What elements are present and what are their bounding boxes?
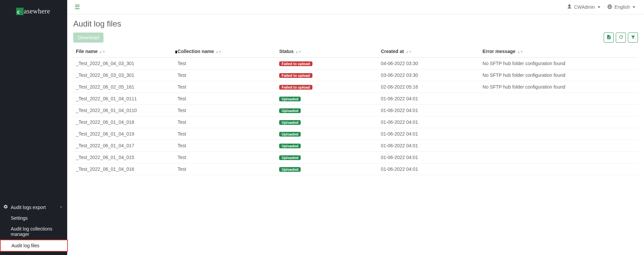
- status-badge: Uploaded: [279, 120, 301, 125]
- user-menu[interactable]: CWAdmin: [563, 3, 604, 12]
- column-header-created-at[interactable]: Created at▲▼: [378, 45, 480, 58]
- status-badge: Uploaded: [279, 108, 301, 113]
- table-row[interactable]: _Test_2022_06_01_04_018TestUploaded01-06…: [73, 116, 638, 128]
- sidebar-group-audit-logs-export[interactable]: Audit logs export: [0, 202, 67, 213]
- cell-status: Failed to upload: [276, 69, 378, 81]
- sidebar-item-label: Settings: [11, 215, 28, 221]
- table-row[interactable]: _Test_2022_06_01_04_015TestUploaded01-06…: [73, 152, 638, 163]
- status-badge: Failed to upload: [279, 61, 312, 66]
- cell-collection-name: Test: [175, 105, 277, 116]
- cell-collection-name: Test: [175, 163, 277, 175]
- cell-status: Uploaded: [276, 163, 378, 175]
- brand-logo: c asewhere: [0, 0, 67, 21]
- cell-status: Uploaded: [276, 128, 378, 140]
- caret-down-icon: [633, 6, 635, 8]
- cell-collection-name: Test: [175, 93, 277, 105]
- cell-collection-name: Test: [175, 128, 277, 140]
- cell-file-name: _Test_2022_06_01_04_019: [73, 128, 175, 140]
- cell-status: Uploaded: [276, 152, 378, 163]
- cell-file-name: _Test_2022_06_01_04_0111: [73, 93, 175, 105]
- sort-icon: ▲▼: [99, 50, 105, 54]
- column-header-error-message[interactable]: Error message▲▼: [480, 45, 638, 58]
- cell-error-message: No SFTP hub folder configuration found: [480, 69, 638, 81]
- cell-created-at: 01-06-2022 04:01: [378, 140, 480, 152]
- cell-error-message: [480, 116, 638, 128]
- status-badge: Uploaded: [279, 155, 301, 160]
- table-row[interactable]: _Test_2022_06_01_04_016TestUploaded01-06…: [73, 163, 638, 175]
- table-row[interactable]: _Test_2022_06_01_04_0110TestUploaded01-0…: [73, 105, 638, 116]
- cell-error-message: No SFTP hub folder configuration found: [480, 58, 638, 69]
- cell-collection-name: Test: [175, 116, 277, 128]
- table-row[interactable]: _Test_2022_06_04_03_301TestFailed to upl…: [73, 58, 638, 69]
- filter-button[interactable]: [628, 33, 638, 43]
- user-label: CWAdmin: [574, 4, 595, 10]
- table-row[interactable]: _Test_2022_06_01_04_017TestUploaded01-06…: [73, 140, 638, 152]
- sort-icon: ▲▼: [295, 50, 301, 54]
- cell-status: Failed to upload: [276, 58, 378, 69]
- sidebar-item-audit-log-files[interactable]: Audit log files: [0, 240, 68, 252]
- cell-status: Failed to upload: [276, 81, 378, 93]
- sort-icon: ▲▼: [405, 50, 411, 54]
- status-badge: Uploaded: [279, 132, 301, 137]
- filter-icon: [631, 35, 636, 41]
- brand-word: asewhere: [24, 7, 50, 15]
- download-button[interactable]: Download: [73, 33, 103, 43]
- table-row[interactable]: _Test_2022_06_01_04_019TestUploaded01-06…: [73, 128, 638, 140]
- column-header-status[interactable]: Status▲▼: [276, 45, 378, 58]
- status-badge: Failed to upload: [279, 73, 312, 78]
- cell-file-name: _Test_2022_06_02_05_161: [73, 81, 175, 93]
- cell-status: Uploaded: [276, 105, 378, 116]
- cell-status: Uploaded: [276, 93, 378, 105]
- cell-file-name: _Test_2022_06_04_03_301: [73, 58, 175, 69]
- page-title: Audit log files: [73, 19, 638, 29]
- table-row[interactable]: _Test_2022_06_03_03_301TestFailed to upl…: [73, 69, 638, 81]
- export-file-icon: [606, 35, 611, 41]
- refresh-icon: [618, 35, 624, 41]
- column-header-file-name[interactable]: File name▲▼: [73, 45, 175, 58]
- user-icon: [567, 4, 572, 10]
- chevron-down-icon: [59, 205, 63, 210]
- cell-created-at: 01-06-2022 04:01: [378, 163, 480, 175]
- hamburger-icon[interactable]: ☰: [73, 2, 82, 12]
- cell-file-name: _Test_2022_06_01_04_015: [73, 152, 175, 163]
- sidebar-group-label: Audit logs export: [11, 205, 46, 210]
- gear-icon: [3, 204, 8, 210]
- cell-error-message: [480, 105, 638, 116]
- table-row[interactable]: _Test_2022_06_01_04_0111TestUploaded01-0…: [73, 93, 638, 105]
- sidebar-item-collections-manager[interactable]: Audit log collections manager: [0, 223, 67, 240]
- cell-file-name: _Test_2022_06_01_04_0110: [73, 105, 175, 116]
- cell-created-at: 01-06-2022 04:01: [378, 128, 480, 140]
- cell-collection-name: Test: [175, 81, 277, 93]
- column-header-collection-name[interactable]: Collection name▲▼: [175, 45, 277, 58]
- cell-collection-name: Test: [175, 152, 277, 163]
- brand-mark-icon: c: [16, 8, 24, 15]
- cell-error-message: [480, 163, 638, 175]
- sidebar-item-label: Audit log files: [11, 243, 39, 248]
- cell-file-name: _Test_2022_06_01_04_018: [73, 116, 175, 128]
- status-badge: Failed to upload: [279, 85, 312, 90]
- refresh-button[interactable]: [616, 33, 626, 43]
- globe-icon: [607, 4, 612, 10]
- cell-collection-name: Test: [175, 140, 277, 152]
- table-row[interactable]: _Test_2022_06_02_05_161TestFailed to upl…: [73, 81, 638, 93]
- sort-icon: ▲▼: [517, 50, 523, 54]
- cell-error-message: No SFTP hub folder configuration found: [480, 81, 638, 93]
- status-badge: Uploaded: [279, 97, 301, 101]
- cell-collection-name: Test: [175, 69, 277, 81]
- language-menu[interactable]: English: [604, 3, 639, 12]
- topbar: ☰ CWAdmin English: [67, 0, 644, 14]
- cell-file-name: _Test_2022_06_01_04_016: [73, 163, 175, 175]
- status-badge: Uploaded: [279, 144, 301, 148]
- sidebar-item-settings[interactable]: Settings: [0, 213, 67, 223]
- status-badge: Uploaded: [279, 167, 301, 172]
- cell-created-at: 01-06-2022 04:01: [378, 105, 480, 116]
- sidebar: c asewhere Audit logs export Settings Au…: [0, 0, 67, 255]
- cell-created-at: 04-06-2022 03:30: [378, 58, 480, 69]
- cell-created-at: 02-06-2022 05:16: [378, 81, 480, 93]
- export-button[interactable]: [604, 33, 614, 43]
- cell-error-message: [480, 128, 638, 140]
- cell-file-name: _Test_2022_06_01_04_017: [73, 140, 175, 152]
- language-label: English: [614, 4, 630, 10]
- cell-error-message: [480, 152, 638, 163]
- toolbar: Download: [73, 33, 638, 43]
